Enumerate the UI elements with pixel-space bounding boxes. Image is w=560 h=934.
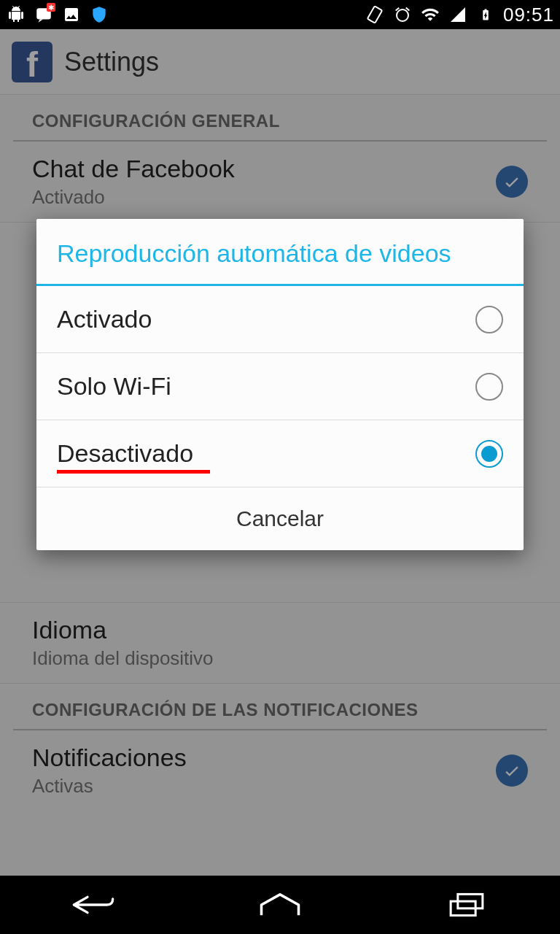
rotation-icon	[365, 4, 385, 25]
shield-icon	[89, 4, 109, 25]
option-text: Desactivado	[57, 439, 193, 467]
dialog-title: Reproducción automática de videos	[36, 219, 524, 286]
annotation-underline	[57, 470, 210, 474]
home-button[interactable]	[251, 887, 309, 923]
android-icon	[6, 4, 26, 25]
cancel-button[interactable]: Cancelar	[36, 487, 524, 550]
bbm-icon: ✱	[34, 4, 54, 25]
status-left-icons: ✱	[6, 4, 109, 25]
wifi-icon	[420, 4, 440, 25]
battery-charging-icon	[475, 4, 496, 25]
navigation-bar	[0, 876, 560, 934]
alarm-icon	[392, 4, 413, 25]
status-right-icons: 09:51	[365, 4, 554, 26]
svg-rect-1	[368, 6, 382, 23]
autoplay-dialog: Reproducción automática de videos Activa…	[36, 219, 524, 550]
recents-button[interactable]	[438, 887, 496, 923]
option-desactivado[interactable]: Desactivado	[36, 420, 524, 487]
option-activado[interactable]: Activado	[36, 286, 524, 353]
option-solo-wifi[interactable]: Solo Wi-Fi	[36, 353, 524, 420]
radio-selected-icon	[475, 440, 503, 468]
back-button[interactable]	[64, 887, 122, 923]
status-bar: ✱ 09:51	[0, 0, 560, 29]
option-label: Solo Wi-Fi	[57, 372, 475, 401]
option-label: Desactivado	[57, 439, 475, 468]
signal-icon	[448, 4, 468, 25]
status-clock: 09:51	[503, 4, 554, 26]
radio-icon	[475, 373, 503, 401]
gallery-icon	[61, 4, 82, 25]
option-label: Activado	[57, 305, 475, 333]
radio-icon	[475, 306, 503, 333]
